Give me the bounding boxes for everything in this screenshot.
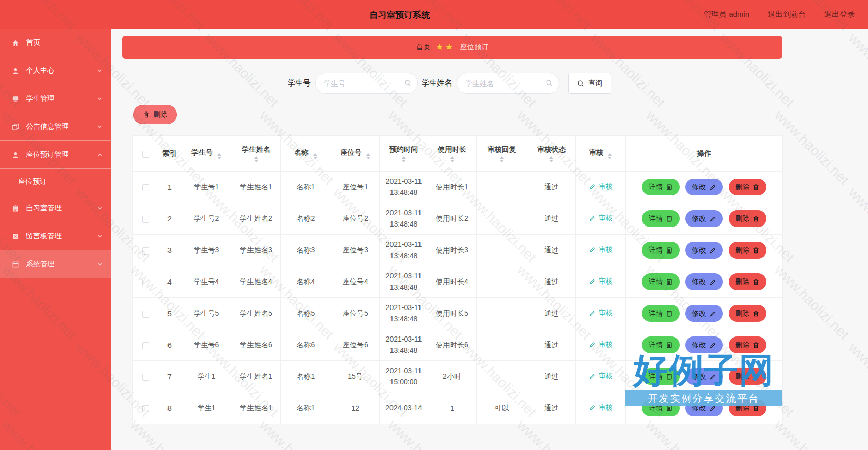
row-checkbox[interactable] xyxy=(142,405,149,412)
column-header[interactable]: 学生号 xyxy=(181,136,232,172)
sort-icon[interactable] xyxy=(402,156,406,162)
detail-button[interactable]: 详情 xyxy=(642,400,680,416)
table-header-row: 索引 学生号 学生姓名 名称 座位号 预约时间 使用时长 审核回 xyxy=(133,136,783,172)
column-header[interactable]: 审核 xyxy=(576,136,626,172)
edit-button[interactable]: 修改 xyxy=(685,368,723,385)
cell-actions: 详情 修改 删除 xyxy=(626,329,783,361)
cell-audit-status: 通过 xyxy=(527,235,576,266)
column-header: 索引 xyxy=(158,136,181,172)
delete-row-button[interactable]: 删除 xyxy=(729,273,766,290)
main-content: 首页 ★★ 座位预订 学生号 学生姓名 查询 删除 xyxy=(111,29,868,450)
delete-row-button[interactable]: 删除 xyxy=(729,242,766,259)
cell-duration: 2小时 xyxy=(428,361,477,392)
sidebar-item-students[interactable]: 学生管理 xyxy=(0,85,111,113)
sidebar-item-message-board[interactable]: 留言板管理 xyxy=(0,222,111,250)
cell-student-name: 学生姓名2 xyxy=(232,203,281,235)
audit-link[interactable]: 审核 xyxy=(589,372,613,381)
audit-link[interactable]: 审核 xyxy=(589,277,613,286)
column-header[interactable]: 使用时长 xyxy=(428,136,477,172)
breadcrumb: 首页 ★★ 座位预订 xyxy=(122,36,782,59)
detail-button[interactable]: 详情 xyxy=(642,210,680,227)
edit-button[interactable]: 修改 xyxy=(685,210,723,227)
edit-button[interactable]: 修改 xyxy=(685,179,723,195)
cell-audit-status: 通过 xyxy=(527,329,576,361)
student-name-input[interactable] xyxy=(457,73,559,94)
sort-icon[interactable] xyxy=(217,153,221,159)
table-row: 4 学生号4 学生姓名4 名称4 座位号4 2021-03-11 13:48:4… xyxy=(133,266,783,298)
delete-row-button[interactable]: 删除 xyxy=(729,305,766,322)
cell-seat: 座位号4 xyxy=(331,266,380,298)
audit-link[interactable]: 审核 xyxy=(589,245,613,255)
column-header[interactable]: 审核回复 xyxy=(477,136,527,172)
detail-button[interactable]: 详情 xyxy=(642,179,680,195)
column-header[interactable]: 学生姓名 xyxy=(232,136,281,172)
pencil-icon xyxy=(709,373,716,380)
exit-to-front-link[interactable]: 退出到前台 xyxy=(768,10,806,19)
audit-link[interactable]: 审核 xyxy=(589,340,613,349)
edit-button[interactable]: 修改 xyxy=(685,336,723,353)
sort-icon[interactable] xyxy=(500,156,504,162)
delete-row-button[interactable]: 删除 xyxy=(729,336,766,353)
cell-name: 名称1 xyxy=(281,172,331,203)
table-row: 2 学生号2 学生姓名2 名称2 座位号2 2021-03-11 13:48:4… xyxy=(133,203,783,235)
logout-link[interactable]: 退出登录 xyxy=(824,10,855,19)
column-header[interactable]: 座位号 xyxy=(331,136,380,172)
breadcrumb-home-link[interactable]: 首页 xyxy=(416,43,430,52)
row-checkbox[interactable] xyxy=(142,311,149,318)
sidebar-item-seat-booking[interactable]: 座位预订管理 xyxy=(0,141,111,169)
sidebar-item-study-rooms[interactable]: 自习室管理 xyxy=(0,194,111,222)
column-header[interactable]: 预约时间 xyxy=(380,136,428,172)
row-checkbox[interactable] xyxy=(142,184,149,191)
column-header[interactable]: 名称 xyxy=(281,136,331,172)
pencil-icon xyxy=(589,278,596,285)
audit-link[interactable]: 审核 xyxy=(589,308,613,318)
detail-button[interactable]: 详情 xyxy=(642,336,680,353)
column-header[interactable]: 审核状态 xyxy=(527,136,576,172)
edit-button[interactable]: 修改 xyxy=(685,273,723,290)
cell-audit-status: 通过 xyxy=(527,361,576,392)
row-checkbox[interactable] xyxy=(142,374,149,381)
student-id-input[interactable] xyxy=(315,73,418,94)
delete-row-button[interactable]: 删除 xyxy=(729,368,766,385)
pencil-icon xyxy=(589,183,596,190)
sidebar-item-seat-booking-child[interactable]: 座位预订 xyxy=(0,169,111,194)
sort-icon[interactable] xyxy=(366,153,370,159)
sidebar-item-profile[interactable]: 个人中心 xyxy=(0,57,111,85)
select-all-checkbox[interactable] xyxy=(142,151,149,158)
row-checkbox[interactable] xyxy=(142,216,149,223)
row-checkbox[interactable] xyxy=(142,247,149,255)
doc-icon xyxy=(666,310,673,317)
pencil-icon xyxy=(589,373,596,380)
sort-icon[interactable] xyxy=(254,156,258,162)
audit-link[interactable]: 审核 xyxy=(589,214,613,223)
chevron-down-icon xyxy=(97,205,103,211)
edit-button[interactable]: 修改 xyxy=(685,305,723,322)
sort-icon[interactable] xyxy=(608,153,612,159)
chevron-up-icon xyxy=(97,152,103,158)
edit-button[interactable]: 修改 xyxy=(685,400,723,416)
bulk-delete-button[interactable]: 删除 xyxy=(133,105,177,124)
sidebar-item-home[interactable]: 首页 xyxy=(0,29,111,57)
user-icon xyxy=(11,67,19,75)
row-checkbox[interactable] xyxy=(142,279,149,286)
student-id-label: 学生号 xyxy=(288,78,311,88)
row-checkbox[interactable] xyxy=(142,342,149,349)
detail-button[interactable]: 详情 xyxy=(642,273,680,290)
cell-time: 2024-03-14 xyxy=(380,392,428,424)
query-button[interactable]: 查询 xyxy=(568,73,611,94)
sort-icon[interactable] xyxy=(450,156,454,162)
detail-button[interactable]: 详情 xyxy=(642,368,680,385)
sidebar-item-system[interactable]: 系统管理 xyxy=(0,250,111,278)
delete-row-button[interactable]: 删除 xyxy=(729,210,766,227)
delete-row-button[interactable]: 删除 xyxy=(729,179,766,195)
audit-link[interactable]: 审核 xyxy=(589,403,613,412)
sidebar-menu: 首页 个人中心 学生管理 公告信息管理 座位预订管理 座位预订 自习室管理 留 xyxy=(0,29,111,278)
sidebar-item-notices[interactable]: 公告信息管理 xyxy=(0,113,111,141)
detail-button[interactable]: 详情 xyxy=(642,242,680,259)
delete-row-button[interactable]: 删除 xyxy=(729,400,766,416)
sort-icon[interactable] xyxy=(313,153,317,159)
edit-button[interactable]: 修改 xyxy=(685,242,723,259)
detail-button[interactable]: 详情 xyxy=(642,305,680,322)
audit-link[interactable]: 审核 xyxy=(589,182,613,191)
sort-icon[interactable] xyxy=(549,156,553,162)
